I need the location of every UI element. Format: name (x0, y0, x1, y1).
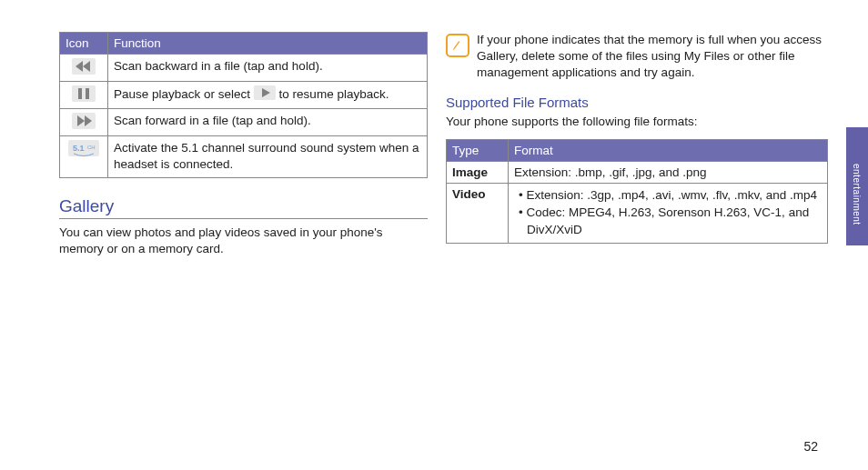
supported-formats-intro: Your phone supports the following file f… (446, 114, 828, 130)
function-cell: Scan forward in a file (tap and hold). (108, 109, 428, 136)
table-row: Image Extension: .bmp, .gif, .jpg, and .… (447, 161, 828, 183)
icon-function-table: Icon Function Scan backward in a file (t… (59, 32, 428, 178)
note-text: If your phone indicates that the memory … (477, 32, 828, 82)
table-header-row: Type Format (447, 139, 828, 161)
scan-forward-icon (72, 113, 96, 132)
icon-cell (60, 109, 108, 136)
scan-backward-icon (72, 58, 96, 77)
func-text-post: to resume playback. (279, 87, 389, 101)
supported-formats-heading: Supported File Formats (446, 95, 828, 110)
header-format: Format (509, 139, 828, 161)
gallery-text: You can view photos and play videos save… (59, 225, 428, 257)
side-tab: entertainment (846, 127, 868, 245)
table-row: Scan forward in a file (tap and hold). (60, 109, 428, 136)
func-text-pre: Pause playback or select (114, 87, 254, 101)
function-cell: Scan backward in a file (tap and hold). (108, 55, 428, 82)
right-column: If your phone indicates that the memory … (446, 32, 828, 266)
page-content: Icon Function Scan backward in a file (t… (0, 0, 846, 294)
side-tab-label: entertainment (852, 164, 862, 225)
header-icon: Icon (60, 33, 108, 55)
svg-rect-5 (86, 88, 89, 99)
table-row: Scan backward in a file (tap and hold). (60, 55, 428, 82)
table-row: Video Extension: .3gp, .mp4, .avi, .wmv,… (447, 183, 828, 243)
pause-icon (72, 85, 96, 105)
list-item: Codec: MPEG4, H.263, Sorenson H.263, VC-… (514, 205, 822, 239)
icon-cell: 5.1 CH (60, 136, 108, 177)
svg-text:CH: CH (87, 145, 96, 150)
function-cell: Activate the 5.1 channel surround sound … (108, 136, 428, 177)
svg-text:5.1: 5.1 (73, 144, 85, 153)
video-bullets: Extension: .3gp, .mp4, .avi, .wmv, .flv,… (514, 187, 822, 239)
surround-51-icon: 5.1 CH (68, 140, 99, 159)
page-number: 52 (803, 439, 818, 454)
icon-cell (60, 82, 108, 109)
left-column: Icon Function Scan backward in a file (t… (59, 32, 428, 266)
table-row: 5.1 CH Activate the 5.1 channel surround… (60, 136, 428, 177)
table-row: Pause playback or select to resume playb… (60, 82, 428, 109)
play-icon (254, 85, 276, 105)
format-cell: Extension: .bmp, .gif, .jpg, and .png (509, 161, 828, 183)
note-icon (446, 34, 469, 57)
header-function: Function (108, 33, 428, 55)
format-table: Type Format Image Extension: .bmp, .gif,… (446, 139, 828, 244)
function-cell: Pause playback or select to resume playb… (108, 82, 428, 109)
header-type: Type (447, 139, 509, 161)
svg-rect-3 (72, 85, 96, 102)
gallery-heading: Gallery (59, 196, 428, 219)
type-cell: Image (447, 161, 509, 183)
note-block: If your phone indicates that the memory … (446, 32, 828, 82)
table-header-row: Icon Function (60, 33, 428, 55)
icon-cell (60, 55, 108, 82)
svg-rect-4 (78, 88, 82, 99)
type-cell: Video (447, 183, 509, 243)
format-cell: Extension: .3gp, .mp4, .avi, .wmv, .flv,… (509, 183, 828, 243)
list-item: Extension: .3gp, .mp4, .avi, .wmv, .flv,… (514, 187, 822, 205)
